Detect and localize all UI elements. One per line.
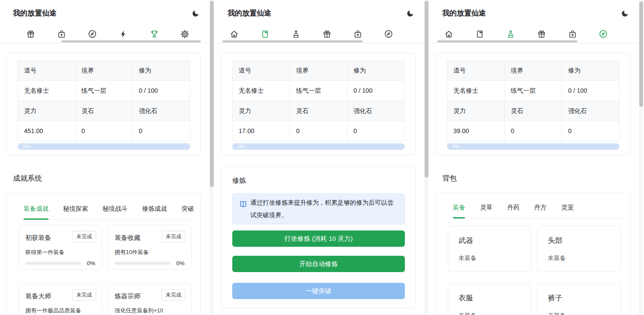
theme-toggle-button[interactable]: [405, 8, 415, 18]
nav-item-flask-active[interactable]: [495, 26, 526, 42]
status-badge: 未完成: [161, 289, 185, 301]
achievement-progress-label: 0%: [87, 260, 95, 267]
nav-bar: [429, 26, 619, 42]
nav-horizontal-scrollbar-thumb[interactable]: [437, 40, 577, 42]
achievement-desc: 强化任意装备到+10: [115, 307, 185, 315]
table-row: 道号 境界 修为: [233, 61, 405, 81]
nav-item-trophy-active[interactable]: [139, 26, 170, 42]
status-badge: 未完成: [72, 289, 96, 301]
cultivation-info-text: 通过打坐修炼来提升修为，积累足够的修为后可以尝试突破境界。: [250, 197, 399, 221]
vertical-scrollbar-track: [424, 0, 428, 315]
meditate-button[interactable]: 打坐修炼 (消耗 10 灵力): [232, 230, 405, 247]
tab-pills[interactable]: 丹药: [507, 203, 519, 212]
tab-cultivation-achievements[interactable]: 修炼成就: [142, 205, 167, 213]
open-book-icon: [238, 200, 248, 209]
stat-header: 灵石: [75, 101, 133, 121]
gift-icon: [537, 30, 546, 39]
section-title-achievements: 成就系统: [13, 173, 42, 183]
vertical-scrollbar-thumb[interactable]: [639, 1, 643, 107]
stat-header: 境界: [290, 61, 347, 81]
theme-toggle-button[interactable]: [190, 8, 200, 18]
stat-header: 修为: [347, 61, 405, 81]
table-row: 17.00 0 0: [233, 121, 405, 141]
panel-backpack: 我的放置仙途: [429, 0, 644, 315]
slot-status: 未装备: [548, 312, 610, 315]
nav-item-gift[interactable]: [15, 26, 46, 42]
achievement-card: 炼器宗师 未完成 强化任意装备到+10 0%: [108, 283, 191, 315]
nav-item-compass[interactable]: [373, 26, 404, 42]
stat-header: 道号: [233, 61, 290, 81]
tabs-divider: [23, 219, 194, 220]
auto-cultivate-button[interactable]: 开始自动修炼: [232, 256, 405, 272]
nav-item-bag-plus[interactable]: [342, 26, 373, 42]
table-row: 39.00 0 0: [447, 121, 620, 141]
active-tab-underline: [453, 217, 465, 218]
tab-equipment-achievements[interactable]: 装备成就: [24, 205, 49, 213]
stat-header: 修为: [562, 61, 620, 81]
vertical-scrollbar-thumb[interactable]: [210, 1, 214, 187]
tabs-divider: [452, 218, 624, 218]
stat-header: 灵石: [290, 101, 347, 121]
nav-horizontal-scrollbar-thumb[interactable]: [222, 40, 363, 42]
tab-realm-exploration[interactable]: 秘境探索: [63, 205, 88, 213]
gift-icon: [322, 30, 331, 39]
stat-value: 17.00: [233, 121, 290, 141]
equipment-grid: 武器 未装备 头部 未装备 衣服 未装备 裤子 未装备: [448, 226, 621, 315]
nav-item-journal-active[interactable]: [250, 26, 281, 42]
tab-equipment[interactable]: 装备: [453, 203, 465, 212]
app-stage: 我的放置仙途: [0, 0, 644, 315]
tab-realm-combat[interactable]: 秘境战斗: [103, 205, 128, 213]
stat-value: 0: [290, 121, 347, 141]
slot-name: 头部: [548, 236, 610, 245]
compass-icon: [88, 29, 97, 39]
page-title: 我的放置仙途: [228, 8, 271, 18]
stat-header: 强化石: [347, 101, 405, 121]
nav-item-lightning[interactable]: [108, 26, 139, 42]
nav-item-gift[interactable]: [311, 26, 342, 42]
breakthrough-button[interactable]: 一键突破: [232, 283, 405, 299]
nav-item-home[interactable]: [219, 26, 250, 42]
home-icon: [444, 30, 453, 39]
moon-icon: [406, 9, 414, 18]
vertical-scrollbar-track: [210, 0, 214, 315]
achievement-progress-label: 0%: [176, 260, 185, 267]
nav-item-gear[interactable]: [170, 26, 200, 42]
nav-item-bag-plus[interactable]: [46, 26, 77, 42]
slot-name: 武器: [459, 236, 521, 245]
cultivation-card: 修炼 通过打坐修炼来提升修为，积累足够的修为后可以尝试突破境界。 打坐修炼 (消…: [221, 167, 416, 308]
nav-item-gift[interactable]: [526, 26, 557, 42]
theme-toggle-button[interactable]: [620, 8, 630, 18]
stat-value: 0 / 100: [347, 81, 405, 101]
stat-value: 0: [562, 121, 620, 141]
stat-value: 39.00: [447, 121, 505, 141]
nav-item-compass-highlighted[interactable]: [588, 26, 619, 42]
stat-header: 灵力: [233, 101, 290, 121]
nav-item-bag-plus[interactable]: [557, 26, 588, 42]
table-row: 无名修士 练气一层 0 / 100: [447, 81, 620, 101]
equipment-slot-weapon: 武器 未装备: [448, 226, 532, 272]
nav-item-journal[interactable]: [465, 26, 495, 42]
nav-item-flask[interactable]: [281, 26, 312, 42]
nav-item-compass[interactable]: [77, 26, 108, 42]
table-row: 道号 境界 修为: [447, 61, 620, 81]
table-row: 451.00 0 0: [18, 121, 190, 141]
journal-bookmark-icon: [475, 30, 484, 39]
backpack-tabs: 装备 灵草 丹药 丹方 灵宠: [453, 203, 624, 212]
bag-plus-icon: [568, 30, 577, 39]
achievement-desc: 获得第一件装备: [25, 248, 96, 256]
nav-horizontal-scrollbar-thumb[interactable]: [61, 40, 201, 42]
tab-breakthrough-achievements[interactable]: 突破成就: [182, 205, 194, 213]
section-title-cultivation: 修炼: [232, 176, 246, 185]
tab-spirit-pets[interactable]: 灵宠: [561, 203, 574, 212]
moon-icon: [621, 9, 629, 18]
nav-item-home[interactable]: [434, 26, 465, 42]
tab-pill-recipes[interactable]: 丹方: [534, 203, 547, 212]
table-row: 灵力 灵石 强化石: [233, 101, 405, 121]
vertical-scrollbar-thumb[interactable]: [425, 1, 428, 178]
cultivation-progress-bar: 0%: [232, 143, 405, 150]
stats-card: 道号 境界 修为 无名修士 练气一层 0 / 100 灵力 灵石 强化石 451…: [6, 53, 201, 155]
tab-spirit-herbs[interactable]: 灵草: [480, 203, 492, 212]
cultivation-progress-bar: 0%: [18, 143, 190, 150]
bag-plus-icon: [57, 30, 66, 39]
panel-cultivation: 我的放置仙途: [215, 0, 429, 315]
